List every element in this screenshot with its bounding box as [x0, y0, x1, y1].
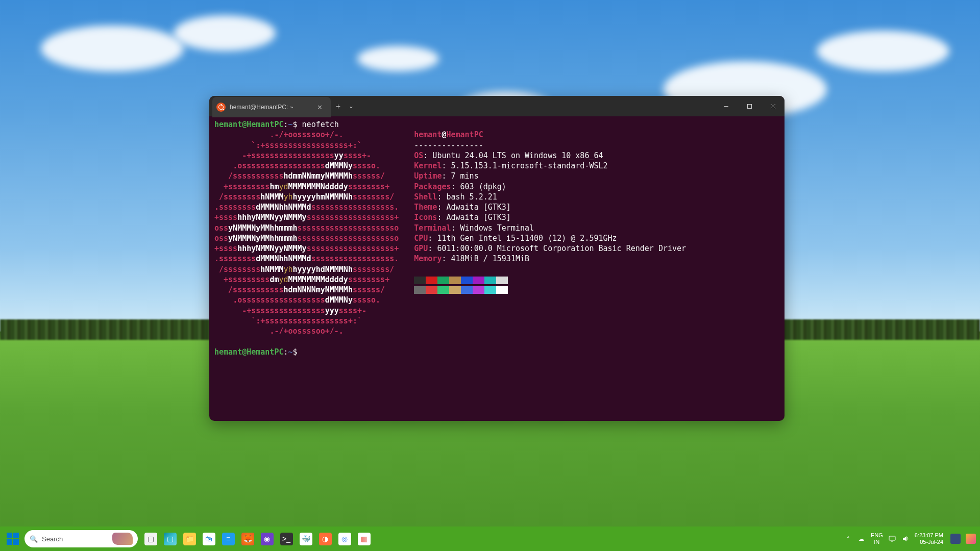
terminal-icon: >_ [280, 533, 293, 545]
network-icon[interactable] [888, 535, 896, 543]
titlebar[interactable]: hemant@HemantPC: ~ ✕ ＋ ⌄ [209, 96, 785, 116]
tray-overflow-chevron[interactable]: ˄ [844, 535, 852, 543]
taskbar-search[interactable]: 🔍 Search [24, 530, 138, 547]
close-button[interactable] [761, 96, 785, 116]
task-view-icon: ▢ [144, 533, 157, 545]
edge-icon: ▢ [164, 533, 177, 545]
taskbar-app-edge[interactable]: ▢ [161, 530, 179, 547]
date-text: 05-Jul-24 [915, 539, 943, 545]
system-tray: ˄ ☁ ENG IN 6:23:07 PM 05-Jul-24 [844, 532, 976, 545]
firefox-icon: 🦊 [241, 533, 254, 545]
windows-icon [7, 533, 19, 545]
clock[interactable]: 6:23:07 PM 05-Jul-24 [915, 532, 943, 545]
github-icon: ◉ [261, 533, 274, 545]
cloud [817, 31, 949, 71]
taskbar-pinned-apps: ▢▢📁🛍≡🦊◉>_🐳◑◎▦ [142, 530, 373, 547]
file-explorer-icon: 📁 [183, 533, 196, 545]
terminal-body[interactable]: hemant@HemantPC:~$ neofetch .-/+oossssoo… [209, 116, 785, 421]
start-button[interactable] [4, 530, 21, 547]
cloud [41, 26, 184, 71]
cloud [357, 46, 439, 71]
taskbar-app-vscode[interactable]: ≡ [219, 530, 237, 547]
postman-icon: ◑ [319, 533, 332, 545]
search-placeholder: Search [42, 535, 63, 543]
taskbar-app-postman[interactable]: ◑ [316, 530, 334, 547]
taskbar-app-microsoft-store[interactable]: 🛍 [200, 530, 217, 547]
window-controls [714, 96, 785, 116]
minimize-button[interactable] [714, 96, 738, 116]
onedrive-icon[interactable]: ☁ [857, 535, 866, 543]
taskbar-app-chrome[interactable]: ◎ [336, 530, 353, 547]
vscode-icon: ≡ [222, 533, 235, 545]
taskbar-app-github[interactable]: ◉ [258, 530, 276, 547]
terminal-window: hemant@HemantPC: ~ ✕ ＋ ⌄ hemant@HemantPC… [209, 96, 785, 421]
taskbar-app-app-misc[interactable]: ▦ [355, 530, 373, 547]
svg-rect-4 [889, 536, 895, 540]
tab-dropdown-button[interactable]: ⌄ [346, 103, 356, 110]
language-indicator[interactable]: ENG IN [871, 532, 883, 545]
microsoft-store-icon: 🛍 [203, 533, 215, 545]
language-bottom: IN [871, 539, 883, 545]
time-text: 6:23:07 PM [915, 532, 943, 539]
language-top: ENG [871, 532, 883, 539]
app-misc-icon: ▦ [358, 533, 371, 545]
taskbar-app-file-explorer[interactable]: 📁 [181, 530, 198, 547]
cloud [174, 15, 276, 51]
taskbar: 🔍 Search ▢▢📁🛍≡🦊◉>_🐳◑◎▦ ˄ ☁ ENG IN 6:23:0… [0, 527, 980, 551]
docker-icon: 🐳 [300, 533, 312, 545]
svg-rect-1 [747, 104, 751, 108]
ubuntu-icon [216, 103, 226, 112]
new-tab-button[interactable]: ＋ [331, 102, 346, 111]
volume-icon[interactable] [901, 535, 910, 543]
taskbar-app-task-view[interactable]: ▢ [142, 530, 159, 547]
search-highlight-image [112, 533, 133, 545]
taskbar-app-firefox[interactable]: 🦊 [239, 530, 256, 547]
tray-app-icon-2[interactable] [966, 534, 976, 544]
tray-app-icon-1[interactable] [950, 534, 961, 544]
terminal-tab[interactable]: hemant@HemantPC: ~ ✕ [212, 97, 331, 117]
maximize-button[interactable] [738, 96, 761, 116]
chrome-icon: ◎ [338, 533, 351, 545]
tab-title: hemant@HemantPC: ~ [230, 104, 293, 111]
taskbar-app-docker[interactable]: 🐳 [297, 530, 314, 547]
search-icon: 🔍 [30, 535, 38, 543]
taskbar-app-terminal[interactable]: >_ [278, 530, 295, 547]
tab-close-button[interactable]: ✕ [314, 103, 326, 112]
